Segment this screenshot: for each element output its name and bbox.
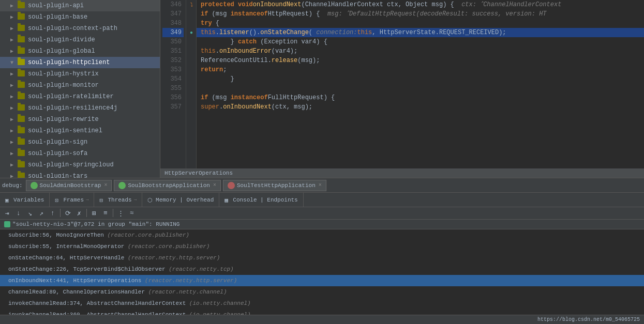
folder-icon <box>18 116 26 123</box>
debugger-tab-frames[interactable]: ⊡Frames → <box>50 193 94 207</box>
toolbar-separator <box>86 209 87 217</box>
stack-method: onStateChange:226, TcpServerBind$ChildOb… <box>8 266 169 272</box>
step-over-button[interactable]: ↓ <box>13 209 24 218</box>
tree-item-label: soul-plugin-sentinel <box>28 127 102 134</box>
tab-status-icon <box>31 182 38 189</box>
main-container: ▶soul-plugin-api▶soul-plugin-base▶soul-p… <box>0 0 644 324</box>
debug-tab-soul-test[interactable]: SoulTestHttpApplication× <box>223 180 326 191</box>
stack-item[interactable]: onStateChange:226, TcpServerBind$ChildOb… <box>0 264 644 275</box>
status-url: https://blog.csdn.net/m0_54065725 <box>537 317 640 322</box>
tree-item-soul-plugin-divide[interactable]: ▶soul-plugin-divide <box>0 34 160 45</box>
stack-item[interactable]: onStateChange:64, HttpServerHandle (reac… <box>0 252 644 264</box>
debugger-tabs[interactable]: ▣Variables⊡Frames →⊟Threads →⬡Memory | O… <box>0 193 644 207</box>
stop-button[interactable]: ✗ <box>74 209 84 218</box>
run-to-cursor-button[interactable]: ↑ <box>48 209 58 218</box>
tree-arrow: ▶ <box>10 82 18 88</box>
debugger-tab-label: Variables <box>13 197 44 203</box>
code-line: try { <box>197 19 644 28</box>
debug-label: debug: <box>2 182 23 189</box>
tree-arrow: ▼ <box>10 60 18 66</box>
tree-arrow: ▶ <box>10 14 18 20</box>
code-line: } catch (Exception var4) { <box>197 37 644 47</box>
line-number: 354 <box>162 74 184 84</box>
tab-close-button[interactable]: × <box>213 182 216 188</box>
folder-icon <box>18 70 26 78</box>
code-line: return; <box>197 65 644 74</box>
tree-item-soul-plugin-rewrite[interactable]: ▶soul-plugin-rewrite <box>0 114 160 125</box>
folder-icon <box>18 59 26 66</box>
evaluate-button[interactable]: ⊞ <box>89 209 99 218</box>
stack-item[interactable]: subscribe:56, MonoIgnoreThen (reactor.co… <box>0 229 644 241</box>
step-out-button[interactable]: ↗ <box>36 209 47 218</box>
code-line: ReferenceCountUtil.release(msg); <box>197 56 644 65</box>
debugger-tab-threads[interactable]: ⊟Threads → <box>94 193 142 207</box>
tree-item-soul-plugin-context-path[interactable]: ▶soul-plugin-context-path <box>0 23 160 34</box>
folder-icon <box>18 13 26 21</box>
file-tree[interactable]: ▶soul-plugin-api▶soul-plugin-base▶soul-p… <box>0 0 160 178</box>
debugger-tab-variables[interactable]: ▣Variables <box>0 193 50 207</box>
debugger-tab-label: Memory | Overhead <box>156 197 214 203</box>
tree-arrow: ▶ <box>10 128 18 134</box>
tree-item-soul-plugin-monitor[interactable]: ▶soul-plugin-monitor <box>0 80 160 91</box>
stack-package: (reactor.core.publisher) <box>107 232 189 238</box>
tree-item-soul-plugin-ratelimiter[interactable]: ▶soul-plugin-ratelimiter <box>0 91 160 102</box>
tree-arrow: ▶ <box>10 37 18 43</box>
tab-dropdown-arrow: → <box>86 197 88 203</box>
stack-item[interactable]: onInboundNext:441, HttpServerOperations … <box>0 275 644 286</box>
line-number: 346 <box>162 0 184 9</box>
stack-item[interactable]: invokeChannelRead:360, AbstractChannelHa… <box>0 309 644 315</box>
stack-item[interactable]: subscribe:55, InternalMonoOperator (reac… <box>0 241 644 252</box>
line-number: 353 <box>162 65 184 74</box>
tree-item-soul-plugin-tars[interactable]: ▶soul-plugin-tars <box>0 171 160 178</box>
debug-tab-soul-admin[interactable]: SoulAdminBootstrap× <box>26 180 112 191</box>
step-into-button[interactable]: ↘ <box>25 209 35 218</box>
tree-item-label: soul-plugin-hystrix <box>28 70 99 78</box>
code-line <box>197 84 644 93</box>
line-number: 352 <box>162 56 184 65</box>
folder-icon <box>18 150 26 157</box>
debugger-tab-label: Frames <box>63 197 84 203</box>
debug-tab-soul-bootstrap[interactable]: SoulBootstrapApplication× <box>114 180 220 191</box>
tree-item-soul-plugin-api[interactable]: ▶soul-plugin-api <box>0 0 160 11</box>
stack-trace-list[interactable]: subscribe:56, MonoIgnoreThen (reactor.co… <box>0 229 644 315</box>
tree-item-label: soul-plugin-api <box>28 2 84 9</box>
stack-method: subscribe:56, MonoIgnoreThen <box>8 232 107 238</box>
more-button[interactable]: ≡ <box>100 209 111 218</box>
extra2-button[interactable]: ≈ <box>127 209 137 218</box>
extra1-button[interactable]: ⋮ <box>115 209 126 218</box>
folder-icon <box>18 161 26 168</box>
tree-item-soul-plugin-base[interactable]: ▶soul-plugin-base <box>0 11 160 23</box>
tree-arrow: ▶ <box>10 48 18 54</box>
stack-item[interactable]: invokeChannelRead:374, AbstractChannelHa… <box>0 298 644 309</box>
tree-item-soul-plugin-sofa[interactable]: ▶soul-plugin-sofa <box>0 148 160 159</box>
resume-button[interactable]: ⇥ <box>2 209 12 218</box>
stack-item[interactable]: channelRead:89, ChannelOperationsHandler… <box>0 286 644 298</box>
tab-status-icon <box>228 182 235 189</box>
tree-item-soul-plugin-springcloud[interactable]: ▶soul-plugin-springcloud <box>0 159 160 171</box>
tree-item-soul-plugin-resilience4j[interactable]: ▶soul-plugin-resilience4j <box>0 102 160 114</box>
code-line: this.onInboundError(var4); <box>197 47 644 56</box>
tree-item-soul-plugin-sign[interactable]: ▶soul-plugin-sign <box>0 136 160 148</box>
thread-name: "soul-netty-nio-3"@7,072 in group "main"… <box>12 221 179 227</box>
tree-item-soul-plugin-httpclient[interactable]: ▼soul-plugin-httpclient <box>0 57 160 68</box>
top-area: ▶soul-plugin-api▶soul-plugin-base▶soul-p… <box>0 0 644 178</box>
folder-icon <box>18 93 26 100</box>
debugger-tab-memory-overhead[interactable]: ⬡Memory | Overhead <box>142 193 219 207</box>
tree-item-soul-plugin-hystrix[interactable]: ▶soul-plugin-hystrix <box>0 68 160 80</box>
console-endpoints-icon: ▦ <box>224 197 231 203</box>
code-area: 346347348349350351352353354355356357 ⤵ ●… <box>160 0 644 168</box>
stack-package: (reactor.netty.http.server) <box>145 277 237 284</box>
line-number: 356 <box>162 93 184 102</box>
stack-method: channelRead:89, ChannelOperationsHandler <box>8 289 148 295</box>
tree-item-soul-plugin-global[interactable]: ▶soul-plugin-global <box>0 45 160 57</box>
tree-item-soul-plugin-sentinel[interactable]: ▶soul-plugin-sentinel <box>0 125 160 136</box>
line-number: 347 <box>162 9 184 19</box>
restart-button[interactable]: ⟳ <box>63 209 73 218</box>
code-content[interactable]: protected void onInboundNext(ChannelHand… <box>197 0 644 168</box>
tab-close-button[interactable]: × <box>104 182 107 188</box>
debugger-tab-console-endpoints[interactable]: ▦Console | Endpoints <box>219 193 303 207</box>
tab-close-button[interactable]: × <box>319 182 322 188</box>
debugger-toolbar: ⇥↓↘↗↑⟳✗⊞≡⋮≈ <box>0 207 644 220</box>
tree-item-label: soul-plugin-sofa <box>28 150 87 157</box>
code-status-text: HttpServerOperations <box>164 170 233 176</box>
